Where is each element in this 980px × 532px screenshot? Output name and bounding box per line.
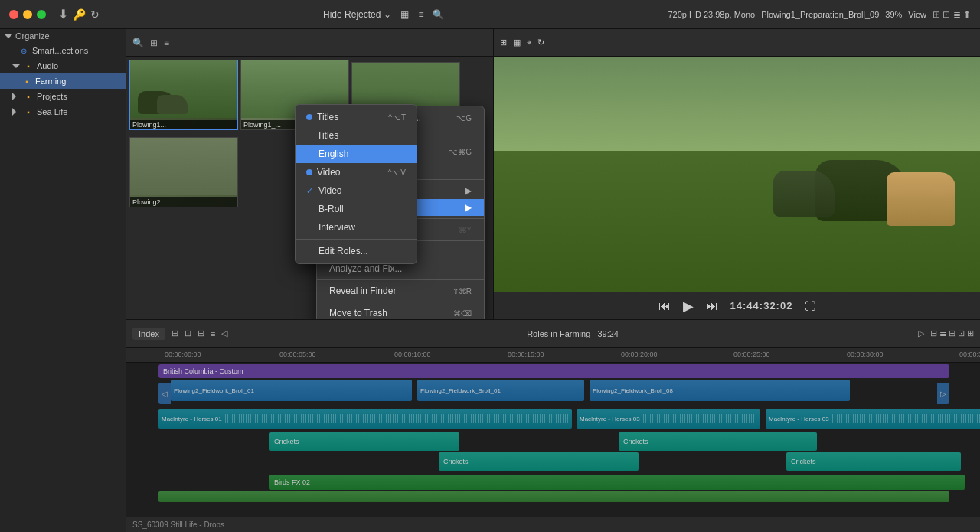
ruler-mark: 00:00:30:00: [847, 351, 884, 358]
timeline-clip-birds-fx[interactable]: Birds FX 02: [270, 475, 965, 490]
browser-list-icon[interactable]: ≡: [164, 38, 169, 48]
timeline-clip-macintyre-horses-03a[interactable]: MacIntyre - Horses 03: [577, 409, 760, 429]
submenu-item-video-check[interactable]: ✓ Video: [296, 181, 416, 200]
timeline-clip-crickets-2a[interactable]: Crickets: [439, 452, 639, 471]
timeline-clip-crickets-2b[interactable]: Crickets: [786, 452, 961, 471]
ruler-mark: 00:00:10:00: [394, 351, 431, 358]
minimize-button[interactable]: [23, 10, 32, 19]
sidebar-section-organize[interactable]: Organize: [0, 29, 126, 43]
key-icon[interactable]: 🔑: [73, 8, 86, 21]
rewind-icon[interactable]: ⏮: [658, 299, 671, 313]
timeline-icon2[interactable]: ⊡: [185, 328, 191, 338]
maximize-button[interactable]: [37, 10, 46, 19]
top-area: 🔍 ⊞ ≡ Plowing1...: [126, 29, 980, 320]
timeline-clip-macintyre-horses-03b[interactable]: MacIntyre - Horses 03: [766, 409, 980, 429]
timeline-right-icons[interactable]: ⊟ ≣ ⊞ ⊡ ⊞: [930, 328, 974, 338]
search-icon[interactable]: 🔍: [433, 9, 444, 20]
zoom-level: 39%: [885, 10, 902, 19]
filmstrip-icon[interactable]: ▦: [400, 9, 409, 20]
fullscreen-icon[interactable]: ⛶: [805, 300, 815, 312]
timeline-icon4[interactable]: ≡: [211, 329, 215, 338]
clip-thumb[interactable]: Plowing1...: [129, 60, 238, 130]
timeline-clip-macintyre-horses-01[interactable]: MacIntyre - Horses 01: [158, 409, 572, 429]
main-layout: Organize ⊛ Smart...ections ▪ Audio ▪ Far…: [0, 29, 980, 532]
download-icon[interactable]: ⬇: [58, 7, 68, 21]
hide-rejected-control[interactable]: Hide Rejected ⌄: [323, 9, 391, 20]
submenu-item-titles-plain[interactable]: Titles: [296, 126, 416, 145]
clip-right-arrow: ▷: [937, 383, 949, 404]
sidebar-item-smart-collections[interactable]: ⊛ Smart...ections: [0, 43, 126, 58]
waveform: [225, 414, 569, 423]
timeline-clip-plowing-broll-01[interactable]: Plowing2_Fieldwork_Broll_01: [171, 380, 412, 401]
index-label[interactable]: Index: [132, 328, 165, 340]
video-sky: [494, 57, 980, 151]
submenu-item-titles-dot[interactable]: Titles ^⌥T: [296, 108, 416, 126]
traffic-lights: [9, 10, 46, 19]
folder-icon: ▪: [23, 60, 34, 71]
browser: 🔍 ⊞ ≡ Plowing1...: [126, 29, 494, 319]
timeline-clip-crickets-1b[interactable]: Crickets: [619, 432, 817, 451]
play-icon[interactable]: ▶: [683, 298, 694, 315]
preview-icon2[interactable]: ▦: [513, 38, 521, 47]
preview-icon1[interactable]: ⊞: [500, 38, 507, 47]
collapse-icon: [12, 108, 20, 116]
clip-left-arrow: ◁: [158, 383, 171, 404]
submenu-item-interview[interactable]: Interview: [296, 218, 416, 237]
timeline-clip-plowing-broll-01b[interactable]: Plowing2_Fieldwork_Broll_01: [417, 380, 584, 401]
color-dot-icon: [306, 114, 312, 120]
folder-icon: ▪: [21, 76, 32, 86]
sidebar-item-projects[interactable]: ▪ Projects: [0, 89, 126, 104]
submenu-arrow-icon: ▶: [465, 202, 472, 213]
ruler-mark: 00:00:00:00: [165, 351, 201, 358]
submenu-item-english[interactable]: English: [296, 145, 416, 163]
ruler-marks-container: 00:00:00:00 00:00:05:00 00:00:10:00 00:0…: [132, 349, 974, 361]
timeline-clip-plowing-broll-08[interactable]: Plowing2_Fieldwork_Broll_08: [590, 380, 850, 401]
duration-label: 39:24: [597, 329, 619, 338]
preview-icon3[interactable]: ⌖: [527, 38, 531, 47]
submenu-item-broll[interactable]: B-Roll: [296, 200, 416, 218]
ctx-separator: [317, 279, 484, 280]
window-icons[interactable]: ⊞ ⊡ ≣ ⬆: [933, 9, 971, 20]
sync-icon[interactable]: ↻: [90, 8, 100, 21]
folder-icon: ▪: [23, 106, 34, 117]
roles-label: Roles in Farming: [527, 329, 590, 338]
clip-thumb[interactable]: Plowing2...: [129, 137, 238, 207]
titlebar: ⬇ 🔑 ↻ Hide Rejected ⌄ ▦ ≡ 🔍 720p HD 23.9…: [0, 0, 980, 29]
submenu-item-video-dot[interactable]: Video ^⌥V: [296, 163, 416, 181]
waveform: [832, 414, 980, 423]
submenu-arrow-icon: ▶: [465, 185, 472, 196]
preview-panel: ⊞ ▦ ⌖ ↻: [494, 29, 980, 319]
list-icon[interactable]: ≡: [418, 9, 423, 20]
waveform: [643, 414, 757, 423]
audio-track-crickets-1: Crickets Crickets: [126, 432, 980, 454]
clip-name: Plowing1_Preparation_Broll_09: [761, 10, 879, 19]
timeline-icon3[interactable]: ⊟: [198, 328, 204, 338]
sidebar-item-audio[interactable]: ▪ Audio: [0, 58, 126, 73]
submenu-assign-video-roles: Titles ^⌥T Titles: [295, 104, 417, 264]
timeline-clip-still-life[interactable]: [158, 491, 949, 502]
sidebar: Organize ⊛ Smart...ections ▪ Audio ▪ Far…: [0, 29, 126, 532]
browser-view-icon[interactable]: ⊞: [150, 38, 158, 48]
video-scene: [494, 57, 980, 292]
ctx-move-to-trash[interactable]: Move to Trash ⌘⌫: [317, 305, 484, 319]
timeline-tracks: British Columbia - Custom ◁ Plowing2_Fie…: [126, 363, 980, 532]
roles-label-container: Roles in Farming 39:24: [234, 329, 911, 338]
forward-icon[interactable]: ▷: [918, 328, 924, 338]
horse-brown: [887, 172, 956, 226]
ctx-reveal-in-finder[interactable]: Reveal in Finder ⇧⌘R: [317, 282, 484, 299]
timeline-clip-bc-custom[interactable]: British Columbia - Custom: [158, 364, 949, 378]
close-button[interactable]: [9, 10, 18, 19]
preview-icon4[interactable]: ↻: [537, 38, 544, 47]
audio-track-birds: Birds FX 02: [126, 475, 980, 493]
sidebar-item-farming[interactable]: ▪ Farming: [0, 73, 126, 89]
fast-forward-icon[interactable]: ⏭: [706, 299, 718, 313]
sidebar-item-sea-life[interactable]: ▪ Sea Life: [0, 104, 126, 119]
organize-label: Organize: [15, 31, 50, 41]
submenu-item-edit-roles[interactable]: Edit Roles...: [296, 242, 416, 260]
browser-search-icon[interactable]: 🔍: [132, 38, 144, 48]
view-button[interactable]: View: [908, 10, 926, 19]
timeline-clip-crickets-1a[interactable]: Crickets: [270, 432, 459, 451]
timeline-icon1[interactable]: ⊞: [172, 328, 178, 338]
back-icon[interactable]: ◁: [221, 328, 227, 338]
collapse-icon: [12, 93, 20, 100]
